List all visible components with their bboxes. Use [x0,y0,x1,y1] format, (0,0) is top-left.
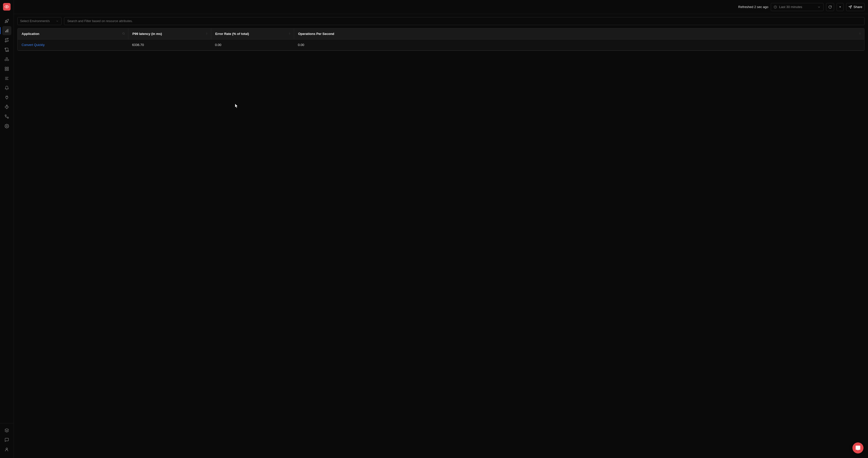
svg-line-24 [124,34,125,34]
cell-error-rate: 0.00 [211,39,294,50]
main-content: Refreshed 2 sec ago Last 30 minutes Shar… [14,0,868,458]
sidebar-item-exceptions[interactable] [2,102,11,112]
refresh-dropdown-button[interactable] [837,3,844,11]
route-icon [4,38,9,42]
rocket-icon [4,19,9,23]
workflow-icon [4,114,9,119]
clock-icon [774,5,777,9]
sidebar-item-pipelines[interactable] [2,112,11,121]
logo[interactable] [3,3,10,10]
application-link[interactable]: Convert Quickly [22,43,45,47]
svg-rect-6 [5,67,6,68]
svg-point-23 [123,32,124,34]
column-error-rate[interactable]: Error Rate (% of total) [211,28,294,39]
chat-widget-button[interactable] [852,442,864,454]
svg-marker-20 [839,6,841,7]
grid-icon [4,67,9,71]
chat-icon [855,445,861,451]
applications-table: Application P99 latency (in ms) Error Ra… [17,28,865,51]
svg-rect-13 [6,106,7,109]
sidebar-item-logs[interactable] [2,45,11,54]
svg-marker-17 [5,429,9,431]
layers-icon [4,428,9,433]
sidebar-bottom-group [0,423,13,458]
cell-p99: 6336.70 [128,39,211,50]
share-button-label: Share [854,5,862,9]
user-icon [4,447,9,452]
search-filter-input[interactable] [64,17,865,25]
scroll-icon [4,48,9,52]
sidebar-top-group [2,17,11,131]
refreshed-label: Refreshed 2 sec ago [738,5,768,9]
eye-icon [4,4,9,9]
sidebar-item-integrations[interactable] [2,93,11,102]
environment-select[interactable]: Select Environment/s [17,17,62,25]
hexagons-icon [4,57,9,62]
sidebar-item-metrics[interactable] [2,26,11,35]
column-application[interactable]: Application [18,28,128,39]
sidebar-item-dashboards[interactable] [2,64,11,73]
column-ops-label: Operations Per Second [298,32,334,36]
list-icon [4,76,9,81]
plug-icon [4,95,9,100]
sort-icon[interactable] [859,32,861,36]
column-p99-label: P99 latency (in ms) [132,32,162,36]
sidebar-item-alerts[interactable] [2,83,11,92]
svg-point-16 [6,126,7,127]
search-icon[interactable] [122,32,125,36]
svg-rect-9 [7,69,8,70]
column-ops[interactable]: Operations Per Second [294,28,864,39]
sidebar-item-traces[interactable] [2,36,11,45]
sidebar-item-getting-started[interactable] [2,17,11,26]
table-row: Convert Quickly 6336.70 0.00 0.00 [18,39,864,51]
sort-icon[interactable] [288,32,291,36]
app-root: Refreshed 2 sec ago Last 30 minutes Shar… [0,0,868,458]
sidebar-item-feedback[interactable] [2,435,11,445]
environment-select-placeholder: Select Environment/s [20,19,50,23]
sidebar-item-services[interactable] [2,55,11,64]
column-p99[interactable]: P99 latency (in ms) [128,28,211,39]
bell-icon [4,86,9,90]
svg-point-0 [6,6,7,7]
bug-icon [4,105,9,109]
refresh-icon [828,5,832,9]
sidebar-item-layers[interactable] [2,426,11,435]
message-icon [4,438,9,442]
refresh-button[interactable] [826,3,834,11]
chevron-down-icon [817,5,821,9]
time-range-label: Last 30 minutes [779,5,802,9]
table-container: Application P99 latency (in ms) Error Ra… [14,28,868,51]
svg-point-18 [6,448,7,450]
cell-application: Convert Quickly [18,39,128,50]
topbar: Refreshed 2 sec ago Last 30 minutes Shar… [14,0,868,14]
svg-point-5 [7,38,8,39]
gear-icon [4,124,9,128]
bar-chart-icon [4,28,9,33]
caret-down-icon [839,6,841,8]
column-error-rate-label: Error Rate (% of total) [215,32,249,36]
svg-rect-8 [5,69,6,70]
sidebar-item-list-view[interactable] [2,74,11,83]
table-body: Convert Quickly 6336.70 0.00 0.00 [18,39,864,51]
cell-ops: 0.00 [294,39,864,50]
sidebar [0,0,14,458]
sort-icon[interactable] [206,32,208,36]
time-range-selector[interactable]: Last 30 minutes [771,3,824,11]
sidebar-item-settings[interactable] [2,122,11,131]
send-icon [848,5,852,9]
share-button[interactable]: Share [846,3,865,11]
column-application-label: Application [22,32,39,36]
table-header: Application P99 latency (in ms) Error Ra… [18,28,864,39]
svg-rect-7 [7,67,8,68]
svg-rect-15 [7,117,8,118]
filter-row: Select Environment/s [14,14,868,28]
chevron-down-icon [56,20,59,23]
sidebar-item-account[interactable] [2,445,11,454]
